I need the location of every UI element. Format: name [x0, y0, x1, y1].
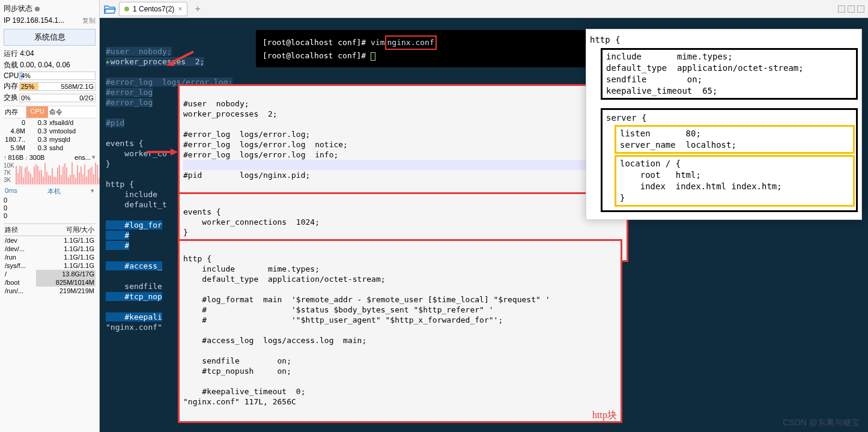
layout-single-icon[interactable] [857, 5, 864, 13]
mem-detail: 558M/2.1G [61, 83, 95, 90]
editor-terminal-area: #user nobody; ▸worker_processes 2; #erro… [100, 18, 868, 432]
layout-split-icon[interactable] [848, 5, 855, 13]
location-box: location / { root html; index index.html… [615, 155, 855, 207]
mem-row: 内存 25%558M/2.1G [4, 81, 96, 92]
disk-list: /dev1.1G/1.1G/dev/...1.1G/1.1G/run1.1G/1… [4, 236, 96, 295]
tab-status-dot [124, 7, 129, 11]
net-interface: ens... [74, 154, 91, 161]
server-block-box: server { listen 80; server_name localhos… [601, 108, 858, 212]
cpu-percent: 4% [20, 72, 31, 79]
ip-address: IP 192.168.154.1... [4, 16, 64, 25]
global-block-text: #user nobody; worker_processes 2; #error… [183, 99, 348, 159]
terminal-output[interactable]: [root@localhost conf]# vim nginx.conf [r… [256, 30, 592, 67]
http-block-text: http { include mime.types; default_type … [183, 254, 550, 406]
close-icon[interactable]: × [178, 5, 182, 13]
http-directives-box: include mime.types; default_type applica… [601, 48, 858, 100]
tab-centos7[interactable]: 1 Centos7(2) × [119, 2, 187, 16]
svg-marker-0 [166, 60, 174, 66]
col-cmd[interactable]: 命令 [48, 106, 96, 118]
col-avail[interactable]: 可用/大小 [36, 224, 96, 236]
upload-icon: ↑ [4, 154, 7, 161]
latency-row: 0ms 本机 ▾ [4, 186, 96, 196]
latency-label: 0ms [5, 187, 17, 196]
sync-status-label: 同步状态 [4, 4, 32, 14]
chevron-down-icon[interactable]: ▾ [91, 187, 94, 196]
chevron-down-icon[interactable]: ▾ [92, 153, 96, 161]
listen-box: listen 80; server_name localhost; [615, 125, 855, 154]
system-info-button[interactable]: 系统信息 [4, 29, 96, 46]
red-arrow-2 [145, 146, 179, 159]
host-label[interactable]: 本机 [47, 187, 61, 196]
upload-value: 816B [8, 154, 24, 161]
cpu-title: CPU [4, 71, 19, 80]
table-row[interactable]: /boot825M/1014M [4, 278, 96, 287]
terminal-line-1: [root@localhost conf]# vim nginx.conf [263, 35, 586, 50]
col-path[interactable]: 路径 [4, 224, 36, 236]
load-label: 负载 0.00, 0.04, 0.06 [4, 59, 96, 71]
table-row[interactable]: 00.3xfsaild/d [4, 118, 96, 127]
table-row[interactable]: /run/...219M/219M [4, 287, 96, 295]
http-block-box: http { include mime.types; default_type … [178, 239, 622, 423]
table-row[interactable]: 5.9M0.3sshd [4, 144, 96, 152]
tab-bar: 1 Centos7(2) × + [100, 0, 868, 18]
chart-yticks: 10K 7K 3K [4, 162, 14, 186]
server-open-brace: server { [602, 112, 855, 124]
mem-percent: 25% [20, 83, 34, 90]
col-mem[interactable]: 内存 [4, 106, 26, 118]
folder-open-icon[interactable] [103, 2, 117, 16]
process-list: 00.3xfsaild/d4.8M0.3vmtoolsd180.7..0.3my… [4, 118, 96, 152]
copy-button[interactable]: 复制 [82, 16, 96, 25]
uptime-label: 运行 4:04 [4, 48, 96, 59]
table-row[interactable]: /run1.1G/1.1G [4, 253, 96, 261]
tab-label: 1 Centos7(2) [133, 5, 174, 13]
http-open-brace: http { [590, 34, 858, 46]
cpu-row: CPU 4% [4, 71, 96, 81]
latency-zeros: 0 0 0 [4, 196, 96, 220]
table-row[interactable]: /sys/f...1.1G/1.1G [4, 261, 96, 270]
global-pid-line: #pid logs/nginx.pid; [183, 171, 310, 180]
terminal-line-2: [root@localhost conf]# [263, 50, 586, 62]
swap-title: 交换 [4, 93, 19, 103]
table-row[interactable]: 4.8M0.3vmtoolsd [4, 127, 96, 135]
download-value: 300B [29, 154, 45, 161]
swap-detail: 0/2G [79, 94, 95, 102]
table-row[interactable]: /13.8G/17G [4, 270, 96, 278]
process-table-header: 内存 CPU 命令 [4, 106, 96, 118]
mem-title: 内存 [4, 81, 19, 91]
svg-marker-1 [171, 148, 178, 156]
highlighted-filename: nginx.conf [385, 35, 437, 50]
network-row: ↑816B ↓300B ens... ▾ [4, 152, 96, 162]
http-block-label: http块 [592, 410, 617, 420]
sync-status-dot [35, 7, 40, 11]
watermark: CSDN @东离与糖宝 [783, 418, 860, 428]
swap-percent: 0% [20, 94, 31, 102]
network-chart [14, 162, 106, 186]
swap-row: 交换 0%0/2G [4, 92, 96, 103]
layout-grid-icon[interactable] [838, 5, 845, 13]
global-block-box: #user nobody; worker_processes 2; #error… [178, 84, 628, 205]
events-block-text: events { worker_connections 1024; } [183, 207, 320, 237]
system-monitor-sidebar: 同步状态 IP 192.168.154.1... 复制 系统信息 运行 4:04… [0, 0, 100, 432]
disk-header: 路径 可用/大小 [4, 224, 96, 236]
terminal-cursor [371, 52, 375, 61]
http-structure-panel: http { include mime.types; default_type … [586, 29, 862, 220]
red-arrow-1 [165, 50, 195, 68]
sync-status-row: 同步状态 [4, 2, 96, 15]
layout-buttons [838, 5, 864, 13]
download-icon: ↓ [25, 154, 28, 161]
ip-row: IP 192.168.154.1... 复制 [4, 15, 96, 26]
col-cpu[interactable]: CPU [26, 106, 48, 118]
table-row[interactable]: /dev1.1G/1.1G [4, 236, 96, 245]
table-row[interactable]: /dev/...1.1G/1.1G [4, 245, 96, 253]
table-row[interactable]: 180.7..0.3mysqld [4, 135, 96, 144]
new-tab-button[interactable]: + [190, 4, 205, 14]
